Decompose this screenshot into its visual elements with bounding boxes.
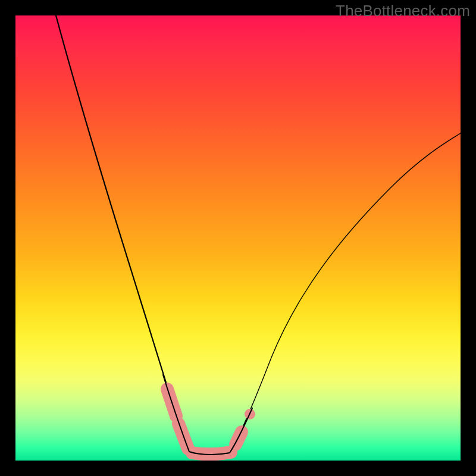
bottleneck-curve-chart	[15, 15, 461, 461]
chart-plot-area	[15, 15, 461, 461]
left-curve-overlay	[163, 375, 189, 452]
watermark-text: TheBottleneck.com	[336, 2, 470, 20]
right-curve	[230, 133, 461, 453]
